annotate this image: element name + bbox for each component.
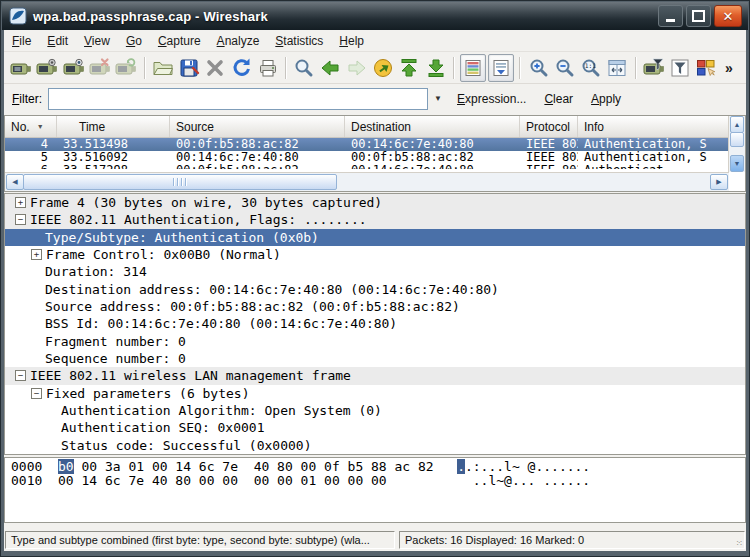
apply-button[interactable]: Apply [582, 89, 630, 109]
menu-statistics[interactable]: Statistics [267, 32, 331, 50]
menu-edit[interactable]: Edit [39, 32, 76, 50]
packet-row-4[interactable]: 433.51349800:0f:b5:88:ac:8200:14:6c:7e:4… [5, 138, 745, 151]
zoom-out-button[interactable] [552, 54, 578, 82]
hex-row-0000[interactable]: 0000 b0 00 3a 01 00 14 6c 7e 40 80 00 0f… [5, 460, 745, 474]
column-header-source[interactable]: Source [170, 116, 345, 137]
display-filter-icon [668, 56, 692, 80]
maximize-icon [692, 10, 705, 22]
detail-row[interactable]: BSS Id: 00:14:6c:7e:40:80 (00:14:6c:7e:4… [5, 315, 745, 332]
detail-text: Type/Subtype: Authentication (0x0b) [45, 229, 319, 246]
coloring-rules-button[interactable] [693, 54, 719, 82]
capture-start-button[interactable] [61, 54, 87, 82]
close-button[interactable]: ✕ [714, 5, 742, 27]
scroll-left-button[interactable]: ◀ [6, 174, 24, 190]
minimize-button[interactable] [658, 5, 683, 27]
colorize-button[interactable] [460, 54, 486, 82]
hex-row-0010[interactable]: 0010 00 14 6c 7e 40 80 00 00 00 00 01 00… [5, 474, 745, 488]
filter-dropdown-button[interactable]: ▼ [428, 89, 448, 109]
capture-stop-button[interactable] [87, 54, 113, 82]
scroll-right-button[interactable]: ▶ [710, 174, 728, 190]
capture-options-icon [35, 56, 59, 80]
column-header-time[interactable]: Time [57, 116, 170, 137]
svg-text:1:1: 1:1 [585, 62, 596, 69]
detail-row[interactable]: Status code: Successful (0x0000) [5, 437, 745, 454]
zoom-100-button[interactable]: 1:1 [578, 54, 604, 82]
detail-row[interactable]: Destination address: 00:14:6c:7e:40:80 (… [5, 281, 745, 298]
go-top-button[interactable] [396, 54, 422, 82]
vertical-scroll-thumb[interactable] [730, 132, 744, 147]
open-file-button[interactable] [150, 54, 176, 82]
menu-capture[interactable]: Capture [150, 32, 209, 50]
menu-analyze[interactable]: Analyze [209, 32, 268, 50]
svg-text:»: » [725, 59, 733, 75]
goto-packet-button[interactable] [370, 54, 396, 82]
print-button[interactable] [255, 54, 281, 82]
go-back-button[interactable] [317, 54, 343, 82]
menu-file[interactable]: File [4, 32, 39, 50]
expand-icon[interactable]: + [31, 249, 42, 260]
menu-view[interactable]: View [76, 32, 118, 50]
close-file-button[interactable] [202, 54, 228, 82]
collapse-icon[interactable]: − [31, 388, 42, 399]
resize-grip[interactable]: ⁙ [735, 538, 744, 548]
detail-row[interactable]: Sequence number: 0 [5, 350, 745, 367]
detail-row[interactable]: −IEEE 802.11 Authentication, Flags: ....… [5, 211, 745, 228]
packet-list-horizontal-scrollbar[interactable]: ◀ ▶ [5, 172, 729, 191]
hex-bytes: 00 3a 01 00 14 6c 7e 40 80 00 0f b5 88 a… [74, 459, 458, 474]
detail-row[interactable]: +Frame 4 (30 bytes on wire, 30 bytes cap… [5, 194, 745, 211]
collapse-icon[interactable]: − [15, 370, 26, 381]
zoom-in-button[interactable] [525, 54, 551, 82]
detail-text: IEEE 802.11 Authentication, Flags: .....… [30, 211, 367, 228]
horizontal-scroll-thumb[interactable] [23, 174, 337, 190]
list-interfaces-button[interactable] [8, 54, 34, 82]
scroll-down-button[interactable]: ▼ [730, 155, 744, 172]
column-header-info[interactable]: Info [578, 116, 733, 137]
detail-row[interactable]: −Fixed parameters (6 bytes) [5, 385, 745, 402]
detail-row[interactable]: Fragment number: 0 [5, 333, 745, 350]
capture-options-button[interactable] [34, 54, 60, 82]
packet-cell-proto: IEEE 802 [520, 138, 578, 151]
go-forward-button[interactable] [344, 54, 370, 82]
filter-input[interactable] [48, 88, 428, 110]
overflow-button[interactable]: » [720, 54, 746, 82]
toolbar-separator [635, 57, 637, 79]
detail-row[interactable]: Authentication SEQ: 0x0001 [5, 419, 745, 436]
packet-list-vertical-scrollbar[interactable]: ▲ ▼ [728, 116, 745, 172]
expand-icon[interactable]: + [15, 197, 26, 208]
hex-ascii: ..l~@... ...... [473, 473, 590, 488]
capture-restart-button[interactable] [113, 54, 139, 82]
column-header-protocol[interactable]: Protocol [520, 116, 578, 137]
save-file-button[interactable] [176, 54, 202, 82]
minimize-icon [666, 19, 675, 22]
resize-columns-button[interactable] [604, 54, 630, 82]
column-header-no[interactable]: No.▼ [5, 116, 57, 137]
title-bar[interactable]: wpa.bad.passphrase.cap - Wireshark ✕ [2, 2, 748, 30]
menu-help[interactable]: Help [331, 32, 372, 50]
client-area: FileEditViewGoCaptureAnalyzeStatisticsHe… [4, 30, 746, 551]
detail-row[interactable]: +Frame Control: 0x00B0 (Normal) [5, 246, 745, 263]
display-filter-button[interactable] [667, 54, 693, 82]
capture-filter-button[interactable] [641, 54, 667, 82]
maximize-button[interactable] [686, 5, 711, 27]
detail-text: IEEE 802.11 wireless LAN management fram… [30, 367, 351, 384]
packet-row-5[interactable]: 533.51609200:14:6c:7e:40:8000:0f:b5:88:a… [5, 151, 745, 164]
detail-row[interactable]: Source address: 00:0f:b5:88:ac:82 (00:0f… [5, 298, 745, 315]
clear-button[interactable]: Clear [535, 89, 582, 109]
find-packet-button[interactable] [291, 54, 317, 82]
scroll-up-button[interactable]: ▲ [730, 116, 744, 133]
column-header-destination[interactable]: Destination [345, 116, 520, 137]
detail-row[interactable]: Type/Subtype: Authentication (0x0b) [5, 229, 745, 246]
detail-row[interactable]: Duration: 314 [5, 263, 745, 280]
menu-go[interactable]: Go [118, 32, 150, 50]
detail-row[interactable]: Authentication Algorithm: Open System (0… [5, 402, 745, 419]
collapse-icon[interactable]: − [15, 214, 26, 225]
packet-row-6[interactable]: 633.51729800:0f:b5:88:ac:8200:14:6c:7e:4… [5, 164, 745, 169]
go-bottom-button[interactable] [423, 54, 449, 82]
autoscroll-button[interactable] [488, 54, 514, 82]
reload-button[interactable] [228, 54, 254, 82]
hex-bytes: 00 14 6c 7e 40 80 00 00 00 00 01 00 00 0… [58, 473, 473, 488]
detail-text: Source address: 00:0f:b5:88:ac:82 (00:0f… [45, 298, 460, 315]
expression-button[interactable]: Expression... [448, 89, 535, 109]
status-left-text: Type and subtype combined (first byte: t… [11, 534, 370, 546]
detail-row[interactable]: −IEEE 802.11 wireless LAN management fra… [5, 367, 745, 384]
